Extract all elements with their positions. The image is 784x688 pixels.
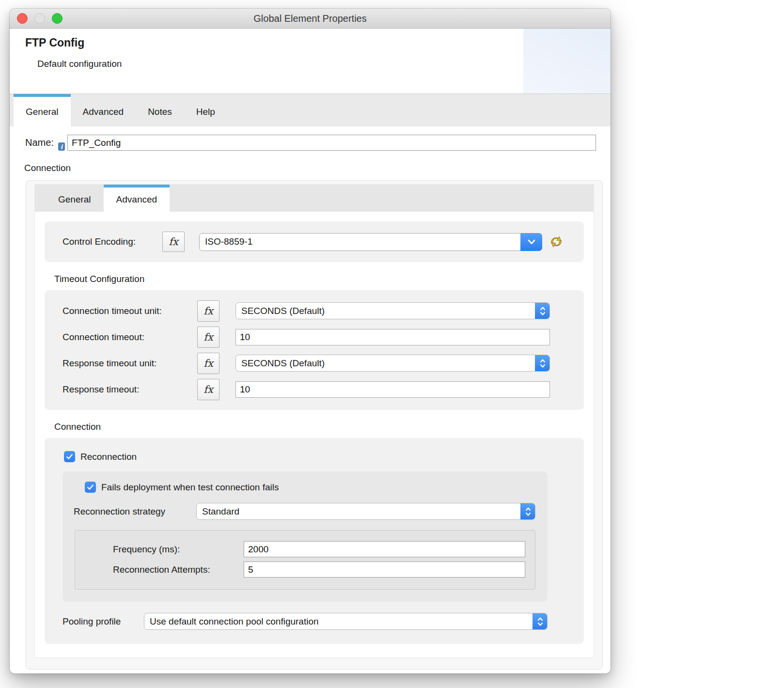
connection-timeout-unit-value: SECONDS (Default) <box>241 306 325 316</box>
header-decoration <box>523 29 611 94</box>
response-timeout-input[interactable] <box>235 381 550 398</box>
name-label: Name: <box>25 137 54 148</box>
standard-strategy-box: Frequency (ms): Reconnection Attempts: <box>75 530 535 590</box>
response-timeout-unit-select[interactable]: SECONDS (Default) <box>235 355 550 372</box>
minimize-window-button[interactable] <box>34 13 45 24</box>
refresh-encodings-button[interactable] <box>549 235 564 249</box>
name-row: Name: i <box>25 135 596 151</box>
frequency-input[interactable] <box>244 541 525 557</box>
connection-timeout-input[interactable] <box>235 329 550 345</box>
name-input[interactable] <box>67 135 596 151</box>
connection-section-label: Connection <box>24 163 611 173</box>
fx-expression-button[interactable]: fx <box>197 327 220 348</box>
select-stepper-icon[interactable] <box>533 613 548 630</box>
connection-tab-advanced[interactable]: Advanced <box>104 185 170 212</box>
main-tab-bar: General Advanced Notes Help <box>10 94 611 126</box>
control-encoding-value: ISO-8859-1 <box>205 236 252 247</box>
connection-timeout-unit-label: Connection timeout unit: <box>63 306 197 316</box>
connection-timeout-row: Connection timeout: fx <box>45 328 584 345</box>
chevron-down-icon[interactable] <box>520 233 542 251</box>
frequency-row: Frequency (ms): <box>75 541 525 557</box>
reconnection-attempts-input[interactable] <box>244 562 525 578</box>
connection-timeout-unit-row: Connection timeout unit: fx SECONDS (Def… <box>45 302 584 319</box>
control-encoding-group: Control Encoding: fx ISO-8859-1 <box>45 221 584 262</box>
response-timeout-unit-label: Response timeout unit: <box>63 358 197 369</box>
connection-group: Reconnection Fails deployment when test … <box>45 438 584 644</box>
refresh-icon <box>549 235 564 249</box>
pooling-profile-row: Pooling profile Use default connection p… <box>63 613 548 643</box>
general-tab-content: Name: i Connection General Advanced Cont… <box>10 126 611 670</box>
tab-general[interactable]: General <box>14 94 71 126</box>
control-encoding-label: Control Encoding: <box>63 236 162 247</box>
tab-notes[interactable]: Notes <box>136 94 184 126</box>
info-icon: i <box>58 142 65 151</box>
fails-deployment-label: Fails deployment when test connection fa… <box>101 482 279 493</box>
fx-expression-button[interactable]: fx <box>162 232 185 252</box>
response-timeout-unit-value: SECONDS (Default) <box>241 358 325 369</box>
connection-panel: General Advanced Control Encoding: fx IS… <box>26 180 603 670</box>
response-timeout-row: Response timeout: fx <box>45 381 584 398</box>
frequency-label: Frequency (ms): <box>113 544 244 555</box>
select-stepper-icon[interactable] <box>520 503 535 520</box>
timeout-configuration-label: Timeout Configuration <box>54 274 584 284</box>
close-window-button[interactable] <box>17 13 28 24</box>
connection-advanced-content: Control Encoding: fx ISO-8859-1 <box>35 212 594 657</box>
fx-expression-button[interactable]: fx <box>197 300 220 322</box>
pooling-profile-label: Pooling profile <box>63 616 144 627</box>
reconnection-strategy-value: Standard <box>202 506 239 517</box>
window-controls <box>17 13 63 24</box>
reconnection-row: Reconnection <box>45 438 584 462</box>
reconnection-attempts-row: Reconnection Attempts: <box>75 562 525 578</box>
fails-deployment-checkbox[interactable] <box>85 482 96 493</box>
window-title: Global Element Properties <box>253 13 366 24</box>
config-subtitle: Default configuration <box>37 59 122 69</box>
reconnection-strategy-row: Reconnection strategy Standard <box>74 503 535 520</box>
pooling-profile-select[interactable]: Use default connection pool configuratio… <box>144 613 548 630</box>
zoom-window-button[interactable] <box>52 13 63 24</box>
response-timeout-unit-row: Response timeout unit: fx SECONDS (Defau… <box>45 355 584 372</box>
tab-help[interactable]: Help <box>184 94 227 126</box>
tab-advanced[interactable]: Advanced <box>71 94 136 126</box>
connection-timeout-label: Connection timeout: <box>63 332 197 343</box>
reconnection-strategy-label: Reconnection strategy <box>74 506 196 517</box>
dialog-header: FTP Config Default configuration <box>10 29 611 94</box>
connection-tab-bar: General Advanced <box>35 185 594 212</box>
fails-deployment-row: Fails deployment when test connection fa… <box>63 482 548 493</box>
control-encoding-combobox[interactable]: ISO-8859-1 <box>199 233 542 251</box>
reconnection-strategy-select[interactable]: Standard <box>196 503 535 520</box>
connection-tab-panel: General Advanced Control Encoding: fx IS… <box>35 185 594 657</box>
fx-expression-button[interactable]: fx <box>197 379 220 400</box>
select-stepper-icon[interactable] <box>535 302 550 319</box>
config-title: FTP Config <box>25 36 84 49</box>
reconnection-label: Reconnection <box>80 452 137 462</box>
timeout-configuration-group: Connection timeout unit: fx SECONDS (Def… <box>45 290 584 410</box>
select-stepper-icon[interactable] <box>535 355 550 372</box>
response-timeout-label: Response timeout: <box>63 384 197 395</box>
connection-timeout-unit-select[interactable]: SECONDS (Default) <box>235 302 550 319</box>
reconnection-settings-box: Fails deployment when test connection fa… <box>63 471 548 602</box>
reconnection-attempts-label: Reconnection Attempts: <box>113 564 244 575</box>
fx-expression-button[interactable]: fx <box>197 353 220 374</box>
title-bar[interactable]: Global Element Properties <box>10 9 611 29</box>
global-element-properties-dialog: Global Element Properties FTP Config Def… <box>10 9 611 673</box>
reconnection-checkbox[interactable] <box>64 451 75 462</box>
connection-tab-general[interactable]: General <box>46 185 104 212</box>
connection-group-label: Connection <box>54 422 584 432</box>
pooling-profile-value: Use default connection pool configuratio… <box>150 616 319 627</box>
